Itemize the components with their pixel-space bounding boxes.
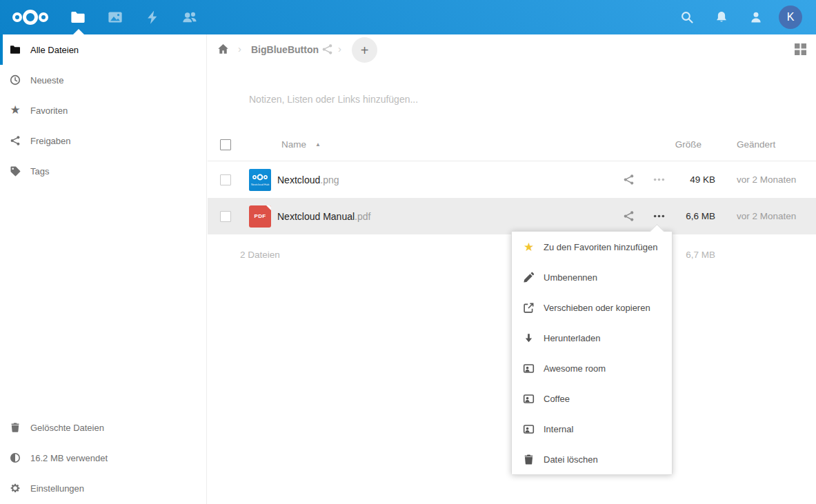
trash-icon <box>523 454 535 465</box>
select-all-checkbox[interactable] <box>220 139 231 150</box>
sidebar-item-favorites[interactable]: ★ Favoriten <box>0 95 206 125</box>
pdf-badge: PDF <box>255 213 266 219</box>
sidebar-item-label: Tags <box>30 166 49 177</box>
file-list-header: Name ▲ Größe Geändert <box>208 128 816 161</box>
room-icon <box>523 423 535 435</box>
file-size: 49 KB <box>674 174 715 185</box>
menu-item-add-to-favorites[interactable]: ★ Zu den Favoriten hinzufügen <box>512 232 672 262</box>
sidebar-item-tags[interactable]: Tags <box>0 156 206 186</box>
sort-ascending-icon: ▲ <box>315 141 321 148</box>
gear-icon <box>10 483 21 494</box>
column-size-label[interactable]: Größe <box>674 139 715 150</box>
menu-item-room-coffee[interactable]: Coffee <box>512 383 672 414</box>
menu-item-label: Verschieben oder kopieren <box>544 303 650 313</box>
file-extension: .pdf <box>355 211 370 222</box>
image-thumbnail: Nextcloud Hub <box>249 169 271 191</box>
sidebar-item-label: Neueste <box>30 75 63 85</box>
file-name-cell[interactable]: Nextcloud Hub Nextcloud.png <box>231 169 613 191</box>
move-copy-icon <box>523 302 535 314</box>
contacts-menu-icon[interactable] <box>749 10 763 24</box>
menu-item-room-internal[interactable]: Internal <box>512 414 672 444</box>
sidebar-item-label: Favoriten <box>30 105 68 116</box>
notifications-bell-icon[interactable] <box>715 10 728 24</box>
menu-item-label: Awesome room <box>544 363 606 374</box>
search-icon[interactable] <box>680 10 694 24</box>
total-size: 6,7 MB <box>686 250 715 260</box>
sidebar-footer: Gelöschte Dateien 16.2 MB verwendet E <box>0 412 206 503</box>
share-icon[interactable] <box>321 43 333 55</box>
contacts-app-icon[interactable] <box>182 10 197 25</box>
row-share-button[interactable] <box>613 210 644 222</box>
file-modified: vor 2 Monaten <box>737 174 816 185</box>
file-name-cell[interactable]: PDF Nextcloud Manual.pdf <box>231 205 613 228</box>
download-icon <box>523 332 535 344</box>
file-extension: .png <box>320 174 339 185</box>
menu-item-room-awesome-room[interactable]: Awesome room <box>512 353 672 383</box>
nextcloud-logo[interactable] <box>11 6 50 29</box>
room-icon <box>523 393 535 405</box>
menu-item-label: Zu den Favoriten hinzufügen <box>544 242 658 252</box>
sidebar-item-all-files[interactable]: Alle Dateien <box>0 34 206 65</box>
menu-item-delete-file[interactable]: Datei löschen <box>512 444 672 474</box>
column-modified-label[interactable]: Geändert <box>737 139 816 150</box>
file-row-nextcloud-png[interactable]: Nextcloud Hub Nextcloud.png 49 KB vor 2 … <box>208 161 816 198</box>
sort-by-name-header[interactable]: Name ▲ <box>231 139 613 150</box>
pdf-thumbnail: PDF <box>249 205 271 228</box>
file-size: 6,6 MB <box>674 211 715 221</box>
file-row-nextcloud-manual-pdf[interactable]: PDF Nextcloud Manual.pdf 6,6 MB vor 2 Mo… <box>208 198 816 234</box>
home-icon[interactable] <box>217 43 229 55</box>
clock-icon <box>10 74 21 85</box>
folder-icon <box>10 44 21 55</box>
sidebar-item-quota[interactable]: 16.2 MB verwendet <box>0 443 206 473</box>
menu-item-download[interactable]: Herunterladen <box>512 323 672 353</box>
pencil-icon <box>523 272 535 283</box>
menu-item-rename[interactable]: Umbenennen <box>512 262 672 292</box>
star-icon: ★ <box>523 241 535 253</box>
new-file-button[interactable]: + <box>352 37 377 63</box>
sidebar-item-label: Einstellungen <box>30 483 84 494</box>
sidebar-item-label: Gelöschte Dateien <box>30 423 104 433</box>
active-app-caret <box>73 29 84 34</box>
row-share-button[interactable] <box>613 174 644 185</box>
breadcrumb-separator: › <box>338 43 341 54</box>
star-icon: ★ <box>10 105 21 116</box>
top-bar: K <box>0 0 816 34</box>
menu-item-label: Datei löschen <box>544 454 598 465</box>
sidebar-item-label: Freigaben <box>30 136 71 146</box>
menu-item-label: Coffee <box>544 394 570 404</box>
avatar-initial: K <box>787 11 795 23</box>
file-count: 2 Dateien <box>240 250 280 260</box>
row-checkbox[interactable] <box>220 174 231 185</box>
file-name: Nextcloud <box>277 174 320 185</box>
file-actions-menu: ★ Zu den Favoriten hinzufügen Umbenennen… <box>511 231 673 475</box>
room-icon <box>523 363 535 374</box>
activity-app-icon[interactable] <box>145 10 160 25</box>
column-name-label: Name <box>281 139 306 150</box>
files-app-icon[interactable] <box>70 10 86 25</box>
breadcrumb-separator: › <box>238 43 241 54</box>
sidebar-item-recent[interactable]: Neueste <box>0 65 206 95</box>
sidebar-item-label: Alle Dateien <box>30 45 79 55</box>
menu-item-label: Herunterladen <box>544 333 600 343</box>
sidebar-item-deleted-files[interactable]: Gelöschte Dateien <box>0 412 206 443</box>
file-name: Nextcloud Manual <box>277 211 355 222</box>
thumbnail-label: Nextcloud Hub <box>251 183 269 186</box>
files-sidebar: Alle Dateien Neueste ★ Favoriten Freig <box>0 34 207 504</box>
grid-view-toggle-icon[interactable] <box>795 43 806 55</box>
menu-item-move-or-copy[interactable]: Verschieben oder kopieren <box>512 292 672 323</box>
sidebar-item-settings[interactable]: Einstellungen <box>0 473 206 503</box>
photos-app-icon[interactable] <box>108 10 123 25</box>
row-actions-menu-button[interactable] <box>644 210 674 222</box>
sidebar-item-label: 16.2 MB verwendet <box>30 453 108 463</box>
breadcrumb-folder[interactable]: BigBlueButton <box>251 44 319 55</box>
user-avatar[interactable]: K <box>779 6 802 29</box>
row-actions-menu-button[interactable] <box>644 174 674 185</box>
row-checkbox[interactable] <box>220 211 231 222</box>
plus-icon: + <box>361 43 369 57</box>
folder-notes-input[interactable]: Notizen, Listen oder Links hinzufügen... <box>249 94 732 105</box>
sidebar-item-shares[interactable]: Freigaben <box>0 125 206 156</box>
file-list: Name ▲ Größe Geändert <box>208 128 816 234</box>
nextcloud-files-app: K Alle Dateien Neueste ★ Favoriten <box>0 0 816 504</box>
menu-item-label: Umbenennen <box>544 272 597 283</box>
trash-icon <box>10 422 21 433</box>
